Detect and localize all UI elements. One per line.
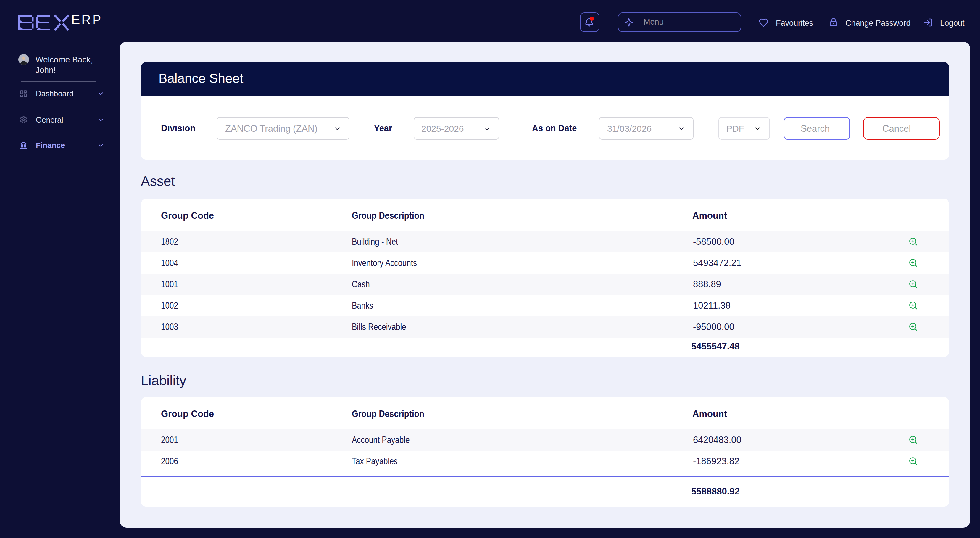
svg-text:ERP: ERP [71,14,102,27]
